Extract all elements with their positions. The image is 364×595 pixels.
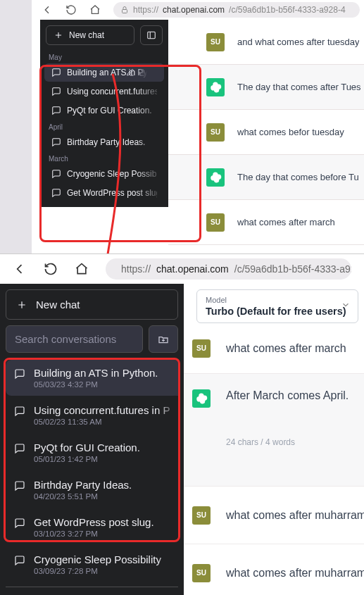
search-placeholder: Search conversations bbox=[15, 333, 116, 345]
new-chat-button[interactable]: New chat bbox=[46, 25, 134, 45]
conv-title: Cryogenic Sleep Possibility bbox=[34, 553, 161, 565]
add-folder-button[interactable] bbox=[149, 325, 178, 353]
conv-item[interactable]: Get WordPress post slug.03/10/23 3:27 PM bbox=[6, 509, 178, 545]
mini-sidebar: New chat May Building an ATS in Py bbox=[40, 20, 168, 207]
folder-plus-icon bbox=[158, 334, 169, 345]
msg-text: what comes befor tuesday bbox=[237, 127, 344, 137]
chat-icon bbox=[51, 106, 61, 115]
user-avatar: SU bbox=[192, 564, 211, 582]
reload-icon[interactable] bbox=[44, 262, 58, 276]
msg-text: what comes after march bbox=[237, 217, 335, 227]
lock-icon bbox=[120, 6, 129, 14]
conv-title: Birthday Party Ideas. bbox=[34, 479, 132, 491]
msg-text: The day that comes before Tu bbox=[237, 172, 359, 182]
url-prefix: https:// bbox=[121, 263, 151, 275]
svg-rect-0 bbox=[123, 10, 127, 13]
assistant-avatar bbox=[192, 389, 211, 408]
chat-icon bbox=[14, 406, 25, 417]
msg-row: The day that comes before Tu bbox=[168, 155, 364, 200]
conv-date: 04/20/23 5:51 PM bbox=[34, 492, 132, 501]
conv-date: 05/02/23 11:35 AM bbox=[34, 418, 170, 426]
mini-conv-item[interactable]: Get WordPress post slug. bbox=[44, 184, 164, 202]
mini-conv-item[interactable]: Using concurrent.futures in Py bbox=[44, 82, 164, 101]
url-host: chat.openai.com bbox=[163, 5, 225, 15]
user-avatar: SU bbox=[206, 123, 225, 142]
bottom-window: https://chat.openai.com/c/59a6db1b-b56f-… bbox=[0, 253, 364, 595]
back-icon[interactable] bbox=[13, 262, 27, 276]
url-prefix: https:// bbox=[133, 5, 158, 15]
url-path: /c/59a6db1b-b56f-4333-a928 bbox=[234, 263, 351, 275]
svg-rect-1 bbox=[148, 32, 156, 38]
mini-conv-item[interactable]: PyQt for GUI Creation. bbox=[44, 101, 164, 120]
model-selector[interactable]: Model Turbo (Default for free users) bbox=[196, 289, 358, 323]
msg-meta: 24 chars / 4 words bbox=[226, 437, 349, 447]
big-chat-pane: Model Turbo (Default for free users) SU … bbox=[184, 284, 364, 595]
conv-item[interactable]: Building an ATS in Python.05/03/23 4:32 … bbox=[6, 360, 178, 396]
msg-text: what comes after march bbox=[226, 342, 346, 355]
user-avatar: SU bbox=[192, 339, 211, 358]
chat-icon bbox=[51, 87, 61, 96]
top-browser-bar: https://chat.openai.com/c/59a6db1b-b56f-… bbox=[32, 0, 364, 20]
assistant-avatar bbox=[206, 78, 225, 96]
plus-icon bbox=[16, 299, 27, 311]
conv-title: Using concurrent.futures in P bbox=[34, 404, 170, 416]
conv-item[interactable]: PyQt for GUI Creation.05/01/23 1:42 PM bbox=[6, 434, 178, 470]
home-icon[interactable] bbox=[89, 4, 101, 15]
chevron-down-icon bbox=[341, 300, 351, 313]
mini-conv-item[interactable]: Building an ATS in Py bbox=[44, 63, 164, 82]
conv-item[interactable]: Birthday Party Ideas.04/20/23 5:51 PM bbox=[6, 472, 178, 508]
model-value: Turbo (Default for free users) bbox=[206, 306, 349, 317]
plus-icon bbox=[54, 30, 63, 40]
conv-date: 05/01/23 1:42 PM bbox=[34, 455, 140, 463]
conv-date: 03/09/23 7:28 PM bbox=[34, 567, 161, 575]
back-icon[interactable] bbox=[42, 4, 53, 15]
conv-item[interactable]: Using concurrent.futures in P05/02/23 11… bbox=[6, 397, 178, 433]
msg-text: what comes after muharram bbox=[226, 509, 364, 522]
month-may: May bbox=[40, 51, 168, 63]
reload-icon[interactable] bbox=[65, 4, 77, 15]
mini-conv-item[interactable]: Birthday Party Ideas. bbox=[44, 133, 164, 151]
msg-row: SU what comes after muharram bbox=[184, 487, 364, 544]
conv-date: 03/10/23 3:27 PM bbox=[34, 530, 154, 538]
mini-chat-pane: SU and what comes after tuesday The day … bbox=[168, 20, 364, 253]
trash-button[interactable]: Trash bbox=[6, 587, 178, 595]
conv-title: PyQt for GUI Creation. bbox=[34, 441, 140, 453]
top-window: https://chat.openai.com/c/59a6db1b-b56f-… bbox=[32, 0, 364, 253]
msg-text: After March comes April. bbox=[226, 389, 349, 402]
edit-icon[interactable] bbox=[126, 68, 134, 77]
month-april: April bbox=[40, 120, 168, 132]
chat-icon bbox=[14, 443, 25, 454]
conv-item[interactable]: Cryogenic Sleep Possibility03/09/23 7:28… bbox=[6, 546, 178, 582]
msg-text: what comes after muharram bbox=[226, 567, 364, 580]
chat-icon bbox=[51, 169, 61, 179]
chat-icon bbox=[51, 137, 61, 147]
hide-sidebar-button[interactable] bbox=[140, 25, 163, 45]
search-input[interactable]: Search conversations bbox=[6, 325, 143, 353]
msg-row: SU what comes after muharram bbox=[184, 544, 364, 595]
big-sidebar: New chat Search conversations Building a… bbox=[0, 284, 184, 595]
user-avatar: SU bbox=[206, 33, 225, 51]
chat-icon bbox=[14, 555, 25, 566]
month-march: March bbox=[40, 152, 168, 164]
bottom-browser-bar: https://chat.openai.com/c/59a6db1b-b56f-… bbox=[0, 254, 364, 284]
conv-title: Building an ATS in Python. bbox=[34, 367, 158, 379]
msg-row: After March comes April. 24 chars / 4 wo… bbox=[184, 374, 364, 487]
user-avatar: SU bbox=[206, 213, 225, 232]
chat-icon bbox=[51, 68, 61, 77]
home-icon[interactable] bbox=[75, 262, 89, 276]
mini-conv-item[interactable]: Cryogenic Sleep Possibility bbox=[44, 165, 164, 183]
chat-icon bbox=[14, 480, 25, 491]
msg-row: SU and what comes after tuesday bbox=[168, 20, 364, 65]
panel-icon bbox=[146, 30, 156, 40]
msg-row: SU what comes after march bbox=[168, 200, 364, 245]
url-host: chat.openai.com bbox=[156, 263, 229, 275]
address-bar-big[interactable]: https://chat.openai.com/c/59a6db1b-b56f-… bbox=[106, 258, 351, 280]
msg-text: The day that comes after Tues bbox=[237, 82, 361, 92]
conv-title: Get WordPress post slug. bbox=[34, 516, 154, 528]
chat-icon bbox=[51, 188, 61, 198]
new-chat-label: New chat bbox=[69, 30, 104, 40]
address-bar-small[interactable]: https://chat.openai.com/c/59a6db1b-b56f-… bbox=[113, 2, 360, 18]
conv-title: Birthday Party Ideas. bbox=[67, 137, 145, 147]
new-chat-button[interactable]: New chat bbox=[6, 289, 178, 320]
msg-row: SU what comes after march bbox=[184, 323, 364, 374]
